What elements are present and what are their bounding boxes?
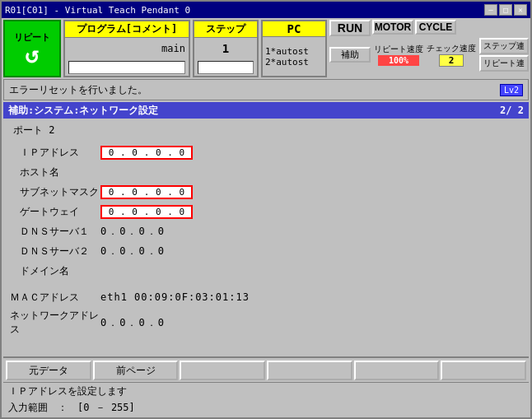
empty-btn4[interactable] (267, 361, 352, 380)
status-text2: 入力範囲 ： [0 － 255] (3, 400, 529, 416)
host-label: ホスト名 (10, 165, 100, 179)
dns1-label: ＤＮＳサーバ１ (10, 225, 100, 239)
run-button[interactable]: RUN (329, 20, 371, 36)
nav-title: 補助:システム:ネットワーク設定 (8, 104, 158, 118)
subnet-seg1[interactable] (102, 187, 120, 198)
network-row-netaddr: ネットワークアドレス 0．0．0．0 (10, 309, 522, 337)
gateway-label: ゲートウェイ (10, 205, 100, 219)
close-button[interactable]: ✕ (514, 4, 527, 16)
middle-right-row: 補助 リピート速度 100% チェック速度 2 ステップ連 リピート連 (329, 38, 529, 72)
subnet-seg2[interactable] (126, 187, 144, 198)
subnet-label: サブネットマスク (10, 185, 100, 199)
gw-seg4[interactable] (173, 207, 191, 217)
lv-badge: Lv2 (500, 84, 523, 96)
dns2-label: ＤＮＳサーバ２ (10, 244, 100, 258)
dns1-value: 0．0．0．0 (100, 225, 166, 239)
ip-input-group: . . . (100, 146, 193, 160)
hojo-button[interactable]: 補助 (329, 47, 371, 63)
pc-content: 1*autost 2*autost (263, 37, 325, 76)
minimize-button[interactable]: — (484, 4, 497, 16)
pc-header: PC (263, 21, 325, 37)
port-label: ポート 2 (10, 123, 522, 137)
window-title: R01[C01] - Virtual Teach Pendant 0 (5, 5, 190, 16)
mac-value: eth1 00:09:0F:03:01:13 (100, 291, 250, 303)
network-row-subnet: サブネットマスク . . . (10, 184, 522, 200)
gateway-input-group: . . . (100, 205, 193, 219)
network-row-host: ホスト名 (10, 164, 522, 180)
repeat-button[interactable]: リピート ↺ (3, 20, 61, 77)
step-renraku-area: ステップ連 リピート連 (479, 38, 529, 72)
network-row-mac: ＭＡＣアドレス eth1 00:09:0F:03:01:13 (10, 289, 522, 305)
netaddr-value: 0．0．0．0 (100, 316, 166, 330)
lipi-ren-button[interactable]: リピート連 (479, 55, 529, 72)
domain-label: ドメイン名 (10, 264, 100, 278)
subnet-input-group: . . . (100, 185, 193, 199)
title-bar-buttons: — □ ✕ (484, 4, 527, 16)
check-speed-label: チェック速度 (427, 43, 476, 54)
pc-line1: 1*autost (265, 46, 323, 57)
toolbar-right: RUN MOTOR CYCLE 補助 リピート速度 100% チェック速度 2 (329, 20, 529, 77)
status-text1: ＩＰアドレスを設定します (3, 382, 529, 400)
empty-btn6[interactable] (441, 361, 526, 380)
cycle-button[interactable]: CYCLE (415, 20, 456, 35)
speed-area: リピート速度 100% (374, 44, 423, 66)
network-row-gateway: ゲートウェイ . . . (10, 203, 522, 220)
program-box: プログラム[コメント] main (63, 20, 190, 77)
repeat-icon: ↺ (26, 44, 40, 67)
subnet-seg3[interactable] (149, 187, 167, 198)
error-bar: エラーリセットを行いました。 Lv2 (3, 79, 529, 100)
bottom-buttons: 元データ 前ページ (3, 358, 529, 382)
ip-seg3[interactable] (149, 147, 167, 158)
network-row-ip: ＩＰアドレス . . . (10, 144, 522, 161)
program-value: main (68, 43, 185, 54)
main-content: ポート 2 ＩＰアドレス . . . (3, 120, 529, 355)
empty-btn5[interactable] (354, 361, 440, 380)
netaddr-label: ネットワークアドレス (10, 309, 100, 337)
check-area: チェック速度 2 (427, 43, 476, 67)
maximize-button[interactable]: □ (499, 4, 512, 16)
speed-label: リピート速度 (374, 44, 423, 55)
toolbar: リピート ↺ プログラム[コメント] main ステップ 1 (3, 20, 529, 77)
status-bar: 元データ 前ページ ＩＰアドレスを設定します 入力範囲 ： [0 － 255] (3, 356, 529, 416)
prevpage-button[interactable]: 前ページ (93, 361, 179, 380)
gw-seg2[interactable] (126, 207, 144, 217)
step-box: ステップ 1 (193, 20, 259, 77)
mac-label: ＭＡＣアドレス (10, 291, 100, 305)
network-row-domain: ドメイン名 (10, 263, 522, 279)
empty-btn3[interactable] (180, 361, 265, 380)
step-content: 1 (194, 38, 257, 59)
motor-button[interactable]: MOTOR (372, 20, 413, 35)
top-right-row: RUN MOTOR CYCLE (329, 20, 529, 36)
error-message: エラーリセットを行いました。 (9, 83, 147, 97)
network-row-dns1: ＤＮＳサーバ１ 0．0．0．0 (10, 223, 522, 240)
pc-line2: 2*autost (265, 57, 323, 68)
nav-bar: 補助:システム:ネットワーク設定 2/ 2 (3, 102, 529, 119)
gw-seg3[interactable] (149, 207, 167, 217)
dns2-value: 0．0．0．0 (100, 244, 166, 258)
step-input-row (194, 59, 257, 76)
motodata-button[interactable]: 元データ (6, 361, 91, 380)
ip-seg1[interactable] (102, 147, 120, 158)
main-window: R01[C01] - Virtual Teach Pendant 0 — □ ✕… (0, 0, 532, 419)
step-value: 1 (222, 42, 229, 55)
subnet-seg4[interactable] (173, 187, 191, 198)
step-header: ステップ (194, 21, 257, 38)
gw-seg1[interactable] (102, 207, 120, 217)
title-bar: R01[C01] - Virtual Teach Pendant 0 — □ ✕ (2, 2, 530, 18)
ip-label: ＩＰアドレス (10, 146, 100, 160)
ip-seg4[interactable] (173, 147, 191, 158)
step-ren-button[interactable]: ステップ連 (479, 38, 529, 54)
speed-bar: 100% (378, 55, 419, 66)
ip-seg2[interactable] (126, 147, 144, 158)
program-input[interactable] (68, 61, 185, 74)
step-input[interactable] (198, 61, 254, 74)
program-input-row (65, 59, 189, 76)
program-content: main (65, 38, 189, 59)
network-row-dns2: ＤＮＳサーバ２ 0．0．0．0 (10, 243, 522, 259)
program-header: プログラム[コメント] (65, 21, 189, 38)
pc-box: PC 1*autost 2*autost (261, 20, 327, 77)
network-table: ＩＰアドレス . . . ホスト名 (10, 144, 522, 337)
nav-page-info: 2/ 2 (500, 105, 524, 116)
content-area: リピート ↺ プログラム[コメント] main ステップ 1 (2, 18, 530, 417)
check-speed-value: 2 (439, 54, 464, 67)
